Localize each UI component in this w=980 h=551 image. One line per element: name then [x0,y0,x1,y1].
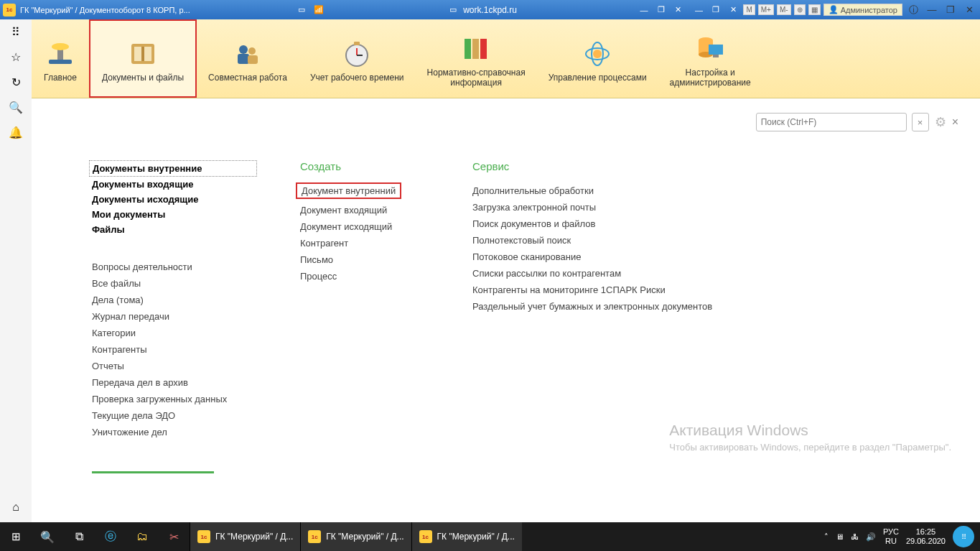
create-doc-incoming[interactable]: Документ входящий [300,202,429,218]
section-docs-incoming[interactable]: Документы входящие [92,177,257,192]
section-docs-internal[interactable]: Документы внутренние [89,160,257,177]
nav-admin-icon [693,33,727,65]
gear-icon[interactable]: ⚙ [935,114,946,130]
svc-addon[interactable]: Дополнительные обработки [472,182,958,199]
mplus-button[interactable]: M+ [758,4,774,15]
link-edo[interactable]: Текущие дела ЭДО [92,407,257,424]
taskbar-task-1[interactable]: 1cГК "Меркурий" / Д... [190,522,300,551]
create-process[interactable]: Процесс [300,268,429,284]
edge-icon[interactable]: ⓔ [95,522,126,551]
nav-docs[interactable]: Документы и файлы [89,19,197,98]
link-all-files[interactable]: Все файлы [92,275,257,292]
nav-label: Управление процессами [549,73,647,83]
window-minimize-icon[interactable]: — [924,4,940,17]
search-input[interactable] [761,117,902,127]
apps-icon[interactable]: ⠿ [11,25,20,39]
tray-lang[interactable]: РУС RU [883,527,899,546]
nav-label: Документы и файлы [102,73,184,83]
nav-collab[interactable]: Совместная работа [197,19,299,98]
minimize-icon[interactable]: — [637,4,651,16]
link-journal[interactable]: Журнал передачи [92,308,257,325]
search-taskbar-icon[interactable]: 🔍 [32,522,63,551]
search-input-container[interactable] [756,113,907,131]
svc-scan[interactable]: Потоковое сканирование [472,249,958,265]
home-icon[interactable]: ⌂ [12,501,19,514]
task-logo-icon: 1c [419,530,432,543]
svg-rect-16 [480,39,487,59]
search-rail-icon[interactable]: 🔍 [9,101,23,114]
link-check[interactable]: Проверка загруженных данных [92,391,257,407]
taskbar: ⊞ 🔍 ⧉ ⓔ 🗂 ✂ 1cГК "Меркурий" / Д... 1cГК … [0,522,980,551]
link-dela[interactable]: Дела (тома) [92,292,257,308]
nav-main[interactable]: Главное [32,19,89,98]
minimize2-icon[interactable]: — [691,4,706,16]
create-letter[interactable]: Письмо [300,251,429,268]
nav-admin[interactable]: Настройка и администрирование [658,19,762,98]
tray-assist-icon[interactable]: ⠿ [953,526,974,547]
explorer-icon[interactable]: 🗂 [126,522,158,551]
svg-rect-13 [354,42,360,45]
bell-icon[interactable]: 🔔 [9,126,23,139]
maximize-icon[interactable]: ❐ [654,4,668,16]
section-docs-outgoing[interactable]: Документы исходящие [92,192,257,207]
app-title: ГК "Меркурий" / Документооборот 8 КОРП, … [20,6,190,14]
svc-search-docs[interactable]: Поиск документов и файлов [472,216,958,232]
window-close-icon[interactable]: ✕ [961,4,977,17]
svc-email-load[interactable]: Загрузка электронной почты [472,199,958,216]
link-reports[interactable]: Отчеты [92,358,257,374]
tray-volume-icon[interactable]: 🔊 [866,532,876,542]
info-icon[interactable]: ⓘ [905,4,921,17]
maximize2-icon[interactable]: ❐ [709,4,723,16]
browser-url: work.1ckpd.ru [463,5,517,15]
close2-icon[interactable]: ✕ [726,4,740,16]
svc-paper-elec[interactable]: Раздельный учет бумажных и электронных д… [472,298,958,315]
clear-search-button[interactable]: × [912,113,929,131]
close-panel-button[interactable]: × [952,116,958,129]
window-restore-icon[interactable]: ❐ [943,4,958,17]
svg-rect-14 [465,39,471,59]
link-voprosy[interactable]: Вопросы деятельности [92,259,257,275]
svc-fulltext[interactable]: Полнотекстовый поиск [472,232,958,249]
create-doc-internal[interactable]: Документ внутренний [296,182,401,199]
left-rail: ⠿ ☆ ↻ 🔍 🔔 ⌂ [0,19,32,522]
start-button[interactable]: ⊞ [0,522,32,551]
user-icon: 👤 [829,5,839,14]
zoom-in-button[interactable]: ⊕ [794,4,806,15]
m-button[interactable]: M [743,4,755,15]
svg-point-2 [52,43,69,50]
nav-nsi[interactable]: Нормативно-справочная информация [416,19,537,98]
green-underline [92,471,214,473]
link-contragents[interactable]: Контрагенты [92,341,257,358]
restore-icon[interactable]: ▭ [294,4,309,16]
admin-badge[interactable]: 👤Администратор [823,4,902,16]
close-icon[interactable]: ✕ [671,4,686,16]
tray-network-icon[interactable]: 🖧 [851,532,859,541]
calc-button[interactable]: ▦ [808,4,821,15]
svg-point-7 [248,47,256,55]
tray-connect-icon[interactable]: 🖥 [836,532,844,541]
snip-icon[interactable]: ✂ [158,522,190,551]
create-doc-outgoing[interactable]: Документ исходящий [300,218,429,235]
nav-process[interactable]: Управление процессами [537,19,658,98]
star-icon[interactable]: ☆ [11,50,21,64]
section-files[interactable]: Файлы [92,222,257,237]
main-nav: Главное Документы и файлы Совместная раб… [32,19,980,98]
taskbar-task-2[interactable]: 1cГК "Меркурий" / Д... [300,522,411,551]
link-categories[interactable]: Категории [92,325,257,341]
taskview-icon[interactable]: ⧉ [63,522,95,551]
tray-chevron-icon[interactable]: ˄ [824,532,829,542]
history-icon[interactable]: ↻ [11,75,21,89]
nav-time[interactable]: Учет рабочего времени [299,19,416,98]
svg-rect-24 [713,55,719,57]
section-my-docs[interactable]: Мои документы [92,207,257,222]
nav-collab-icon [230,38,265,70]
link-archive[interactable]: Передача дел в архив [92,374,257,391]
create-contragent[interactable]: Контрагент [300,235,429,251]
mminus-button[interactable]: M- [777,4,791,15]
svc-spark[interactable]: Контрагенты на мониторинге 1СПАРК Риски [472,282,958,298]
taskbar-task-3[interactable]: 1cГК "Меркурий" / Д... [411,522,522,551]
tray-clock[interactable]: 16:25 29.06.2020 [906,527,946,546]
link-destroy[interactable]: Уничтожение дел [92,424,257,440]
nav-label: Настройка и администрирование [670,68,751,88]
svc-mailing[interactable]: Списки рассылки по контрагентам [472,265,958,282]
